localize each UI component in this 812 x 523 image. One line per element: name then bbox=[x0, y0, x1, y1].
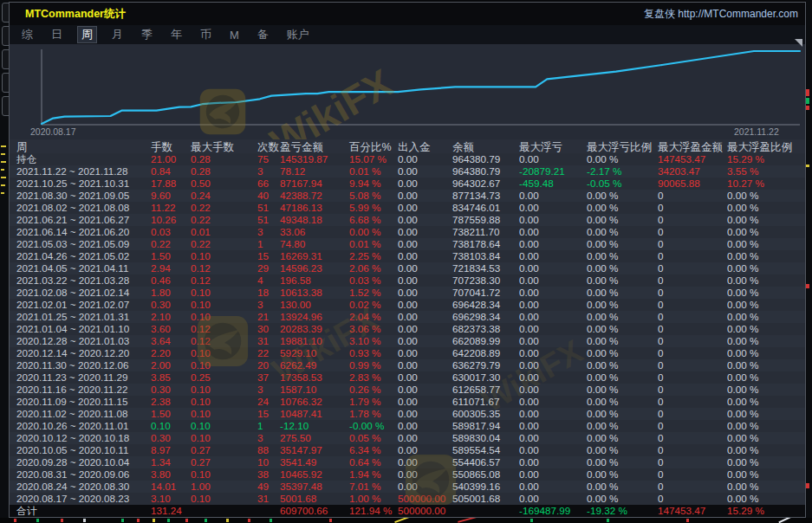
cell: 0.27 bbox=[191, 444, 211, 456]
cell: 10487.41 bbox=[280, 408, 322, 420]
cell: 612658.77 bbox=[452, 384, 500, 396]
title-bar[interactable]: MTCommander统计 复盘侠 http://MTCommander.com bbox=[10, 3, 805, 25]
cell: 0.00 % bbox=[727, 202, 758, 214]
table-row[interactable]: 2021.05.03 ~ 2021.05.090.220.22174.800.0… bbox=[10, 238, 805, 250]
table-row[interactable]: 2021.10.25 ~ 2021.10.3117.880.506687167.… bbox=[10, 178, 805, 190]
table-row[interactable]: 2020.10.12 ~ 2020.10.180.300.103275.500.… bbox=[10, 432, 805, 444]
table-row[interactable]: 2021.04.05 ~ 2021.04.112.940.122914596.2… bbox=[10, 262, 805, 274]
cell: 0.10 bbox=[191, 250, 211, 262]
cell: 20 bbox=[257, 359, 269, 371]
cell: 0.00 bbox=[519, 274, 539, 287]
cell: 0.00 bbox=[519, 287, 539, 299]
cell: 0.00 bbox=[519, 250, 539, 262]
cell: 0.01 bbox=[191, 226, 211, 238]
cell: 0.00 bbox=[398, 396, 418, 408]
cell: 2021.04.26 ~ 2021.05.02 bbox=[16, 250, 129, 262]
cell: 0.00 % bbox=[587, 214, 618, 226]
total-row[interactable]: 合计131.24609700.66121.94 %500000.00-16948… bbox=[10, 505, 805, 517]
table-row[interactable]: 2020.10.05 ~ 2020.10.118.970.278835147.9… bbox=[10, 444, 805, 456]
table-row[interactable]: 2021.06.14 ~ 2021.06.200.030.01333.060.0… bbox=[10, 226, 805, 238]
cell: 2021.06.14 ~ 2021.06.20 bbox=[16, 226, 129, 238]
menu-item-账户[interactable]: 账户 bbox=[283, 26, 313, 43]
cell: -169487.99 bbox=[519, 505, 570, 517]
cell: 0.00 % bbox=[727, 371, 758, 384]
cell: 0.00 % bbox=[587, 190, 618, 202]
table-row[interactable]: 2021.01.04 ~ 2021.01.103.600.123020283.3… bbox=[10, 323, 805, 335]
menu-item-备[interactable]: 备 bbox=[254, 26, 272, 43]
cell: 2.04 % bbox=[349, 311, 380, 323]
table-row[interactable]: 2021.01.25 ~ 2021.01.312.100.102113924.9… bbox=[10, 311, 805, 323]
table-row[interactable]: 2020.08.24 ~ 2020.08.3014.011.004935397.… bbox=[10, 481, 805, 493]
table-row[interactable]: 2021.04.26 ~ 2021.05.021.500.101516269.3… bbox=[10, 250, 805, 262]
menu-item-季[interactable]: 季 bbox=[138, 26, 156, 43]
menu-item-月[interactable]: 月 bbox=[108, 26, 127, 43]
table-row[interactable]: 2021.08.30 ~ 2021.09.059.600.244042388.7… bbox=[10, 190, 805, 202]
cell: 2021.08.30 ~ 2021.09.05 bbox=[16, 190, 129, 202]
cell: 0.00 bbox=[519, 456, 539, 468]
table-row[interactable]: 2021.08.02 ~ 2021.08.0811.220.225147186.… bbox=[10, 202, 805, 214]
menu-item-日[interactable]: 日 bbox=[48, 26, 66, 43]
table-row[interactable]: 持仓21.000.2875145319.8715.07 %0.00964380.… bbox=[10, 153, 805, 165]
cell: 121.94 % bbox=[349, 505, 392, 517]
table-row[interactable]: 2020.11.09 ~ 2020.11.152.380.102410766.3… bbox=[10, 396, 805, 408]
cell: 2020.09.28 ~ 2020.10.04 bbox=[16, 456, 129, 468]
brand-link[interactable]: 复盘侠 http://MTCommander.com bbox=[644, 7, 798, 22]
resize-grip-icon[interactable] bbox=[795, 39, 802, 47]
table-row[interactable]: 2020.11.02 ~ 2020.11.081.500.101510487.4… bbox=[10, 408, 805, 420]
cell: 0.00 % bbox=[727, 420, 758, 432]
table-row[interactable]: 2020.12.14 ~ 2020.12.202.200.10225929.10… bbox=[10, 347, 805, 359]
cell: 38 bbox=[257, 468, 269, 481]
cell: 10766.32 bbox=[280, 396, 322, 408]
cell: 2021.06.21 ~ 2021.06.27 bbox=[16, 214, 129, 226]
table-row[interactable]: 2020.09.28 ~ 2020.10.041.340.27103541.49… bbox=[10, 456, 805, 468]
table-row[interactable]: 2021.06.21 ~ 2021.06.2710.260.225149348.… bbox=[10, 214, 805, 226]
cell: 0.00 % bbox=[727, 432, 758, 444]
cell: 0.00 bbox=[519, 335, 539, 347]
table-row[interactable]: 2020.12.28 ~ 2021.01.033.640.123119881.1… bbox=[10, 335, 805, 347]
cell: 0 bbox=[658, 359, 664, 371]
table-row[interactable]: 2021.02.01 ~ 2021.02.070.300.103130.000.… bbox=[10, 299, 805, 311]
cell: 1.34 bbox=[151, 456, 171, 468]
background-candle bbox=[806, 483, 809, 488]
cell: 0.00 bbox=[519, 420, 539, 432]
cell: 721834.53 bbox=[452, 262, 500, 274]
menu-item-综[interactable]: 综 bbox=[18, 26, 36, 43]
cell: 609700.66 bbox=[280, 505, 328, 517]
cell: 0 bbox=[658, 420, 664, 432]
cell: 696298.34 bbox=[452, 311, 500, 323]
cell: 21 bbox=[257, 311, 269, 323]
cell: 0.10 bbox=[191, 359, 211, 371]
cell: 6262.49 bbox=[280, 359, 316, 371]
cell: 707041.72 bbox=[452, 287, 500, 299]
table-row[interactable]: 2020.08.17 ~ 2020.08.233.100.10315001.68… bbox=[10, 493, 805, 505]
cell: 0.00 % bbox=[727, 250, 758, 262]
cell: 964380.79 bbox=[452, 153, 500, 165]
menu-item-币[interactable]: 币 bbox=[197, 26, 215, 43]
cell: 0.00 bbox=[519, 444, 539, 456]
table-row[interactable]: 2020.08.31 ~ 2020.09.063.800.103810465.9… bbox=[10, 468, 805, 481]
menu-item-年[interactable]: 年 bbox=[167, 26, 185, 43]
table-row[interactable]: 2020.11.16 ~ 2020.11.220.300.1031587.100… bbox=[10, 384, 805, 396]
cell: 0.10 bbox=[191, 396, 211, 408]
table-row[interactable]: 2021.11.22 ~ 2021.11.280.840.28378.120.0… bbox=[10, 165, 805, 178]
cell: 2021.02.01 ~ 2021.02.07 bbox=[16, 299, 129, 311]
cell: 0.00 bbox=[398, 311, 418, 323]
cell: 2021.05.03 ~ 2021.05.09 bbox=[16, 238, 129, 250]
menu-item-周[interactable]: 周 bbox=[77, 26, 97, 43]
table-body: 持仓21.000.2875145319.8715.07 %0.00964380.… bbox=[10, 153, 805, 517]
table-row[interactable]: 2020.10.26 ~ 2020.11.010.100.101-12.10-0… bbox=[10, 420, 805, 432]
table-row[interactable]: 2020.11.23 ~ 2020.11.293.850.253717358.5… bbox=[10, 371, 805, 384]
cell: 147453.47 bbox=[658, 153, 705, 165]
background-text-fragment bbox=[1, 145, 6, 147]
cell: 0.00 % bbox=[587, 371, 618, 384]
cell: 1.94 % bbox=[349, 468, 380, 481]
cell: 0.00 bbox=[398, 238, 418, 250]
menu-item-M[interactable]: M bbox=[226, 28, 243, 42]
table-row[interactable]: 2021.02.08 ~ 2021.02.141.800.101810613.3… bbox=[10, 287, 805, 299]
cell: 29 bbox=[257, 262, 269, 274]
table-row[interactable]: 2021.03.22 ~ 2021.03.280.460.124196.580.… bbox=[10, 274, 805, 287]
cell: 0.00 bbox=[398, 384, 418, 396]
table-row[interactable]: 2020.11.30 ~ 2020.12.062.000.10206262.49… bbox=[10, 359, 805, 371]
cell: 611071.67 bbox=[452, 396, 499, 408]
cell: 0.00 bbox=[519, 226, 539, 238]
